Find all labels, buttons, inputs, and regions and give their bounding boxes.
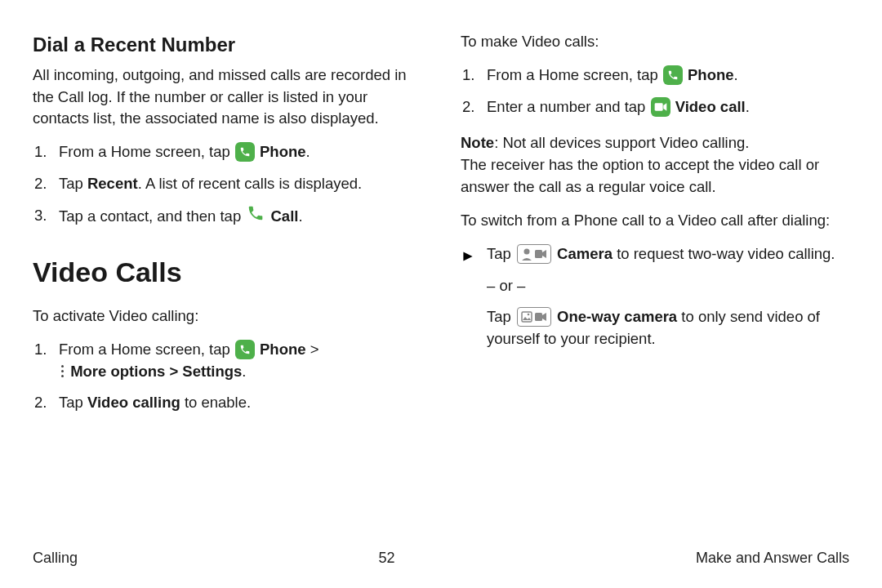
m2-text-c: . xyxy=(746,98,750,115)
step-2: Tap Recent. A list of recent calls is di… xyxy=(33,173,421,195)
activate-step-1: From a Home screen, tap Phone > More opt… xyxy=(33,339,421,383)
m1-text-a: From a Home screen, tap xyxy=(487,66,662,83)
left-column: Dial a Recent Number All incoming, outgo… xyxy=(33,31,421,429)
svg-rect-0 xyxy=(654,103,662,110)
act1-text-a: From a Home screen, tap xyxy=(59,341,234,358)
more-options-icon xyxy=(61,365,64,377)
make-step-2: Enter a number and tap Video call. xyxy=(461,96,849,118)
act1-more-settings: More options > Settings xyxy=(70,363,242,380)
right-column: To make Video calls: From a Home screen,… xyxy=(461,31,849,429)
m2-text-a: Enter a number and tap xyxy=(487,98,650,115)
note-label: Note xyxy=(461,134,494,151)
m1-text-c: . xyxy=(734,66,738,83)
footer-page-number: 52 xyxy=(378,550,394,567)
activate-steps: From a Home screen, tap Phone > More opt… xyxy=(33,339,421,414)
step1-text-a: From a Home screen, tap xyxy=(59,143,234,160)
camera-icon xyxy=(517,244,551,264)
dial-recent-intro: All incoming, outgoing, and missed calls… xyxy=(33,65,421,130)
svg-rect-5 xyxy=(535,313,542,321)
note-paragraph: Note: Not all devices support Video call… xyxy=(461,132,849,198)
sw2-text-a: Tap xyxy=(487,308,515,325)
call-icon xyxy=(247,204,265,229)
switch-options: Tap Camera to request two-way video call… xyxy=(461,243,849,265)
svg-rect-3 xyxy=(522,312,532,322)
act1-chevron: > xyxy=(306,341,319,358)
video-calls-heading: Video Calls xyxy=(33,252,421,292)
make-intro: To make Video calls: xyxy=(461,31,849,53)
video-call-icon xyxy=(651,97,670,117)
switch-intro: To switch from a Phone call to a Video c… xyxy=(461,210,849,232)
make-steps: From a Home screen, tap Phone. Enter a n… xyxy=(461,65,849,118)
svg-point-4 xyxy=(528,314,530,316)
sw2-oneway-label: One-way camera xyxy=(557,308,677,325)
act1-phone-label: Phone xyxy=(260,341,306,358)
footer-right: Make and Answer Calls xyxy=(696,550,849,567)
sw1-text-c: to request two-way video calling. xyxy=(612,245,835,262)
step3-text-c: . xyxy=(298,207,302,225)
step2-text-a: Tap xyxy=(59,175,87,192)
m1-phone-label: Phone xyxy=(688,66,734,83)
step-1: From a Home screen, tap Phone. xyxy=(33,141,421,163)
act2-video-calling: Video calling xyxy=(87,394,180,411)
note-line2: The receiver has the option to accept th… xyxy=(461,156,819,195)
page-footer: Calling 52 Make and Answer Calls xyxy=(33,550,849,567)
switch-option-2: Tap One-way camera to only send video of… xyxy=(461,306,849,350)
switch-option-1: Tap Camera to request two-way video call… xyxy=(461,243,849,265)
content-columns: Dial a Recent Number All incoming, outgo… xyxy=(33,31,849,429)
step3-text-a: Tap a contact, and then tap xyxy=(59,207,245,225)
footer-left: Calling xyxy=(33,550,78,567)
step1-phone-label: Phone xyxy=(260,143,306,160)
activate-intro: To activate Video calling: xyxy=(33,305,421,327)
one-way-camera-icon xyxy=(517,307,551,327)
step2-text-c: . A list of recent calls is displayed. xyxy=(138,175,363,192)
dial-recent-steps: From a Home screen, tap Phone. Tap Recen… xyxy=(33,141,421,229)
step1-text-c: . xyxy=(306,143,310,160)
phone-icon xyxy=(235,340,255,359)
step3-call-label: Call xyxy=(270,207,298,225)
activate-step-2: Tap Video calling to enable. xyxy=(33,392,421,414)
step2-recent-label: Recent xyxy=(87,175,138,192)
act2-text-c: to enable. xyxy=(180,394,251,411)
phone-icon xyxy=(663,65,683,85)
triangle-bullet-icon xyxy=(462,247,474,269)
svg-rect-2 xyxy=(535,250,542,258)
note-text: : Not all devices support Video calling. xyxy=(494,134,749,151)
svg-point-1 xyxy=(523,248,529,254)
act1-text-e: . xyxy=(242,363,246,380)
sw1-camera-label: Camera xyxy=(557,245,612,262)
m2-video-call-label: Video call xyxy=(675,98,746,115)
dial-recent-heading: Dial a Recent Number xyxy=(33,31,421,60)
step-3: Tap a contact, and then tap Call. xyxy=(33,205,421,229)
sw1-text-a: Tap xyxy=(487,245,515,262)
or-separator: – or – xyxy=(461,275,849,297)
act2-text-a: Tap xyxy=(59,394,87,411)
phone-icon xyxy=(235,142,255,162)
make-step-1: From a Home screen, tap Phone. xyxy=(461,65,849,87)
